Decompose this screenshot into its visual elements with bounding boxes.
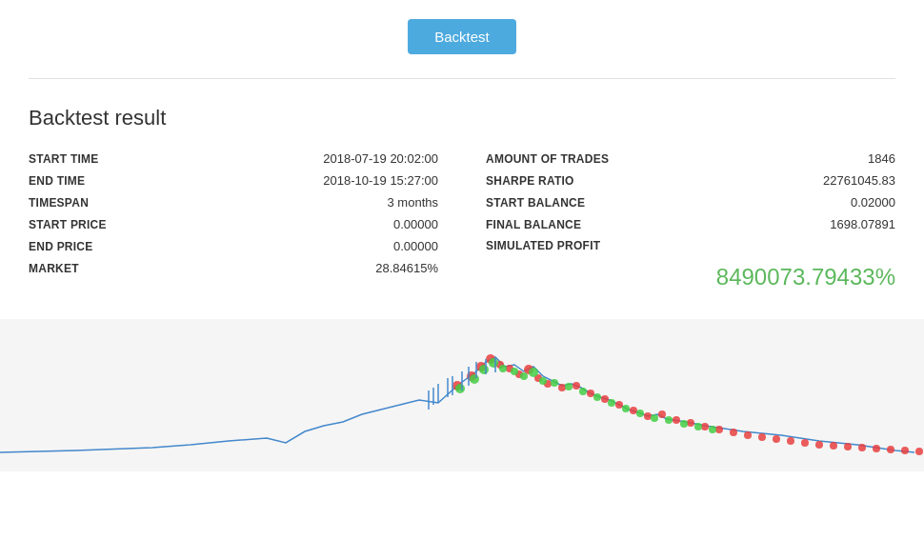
stat-row: FINAL BALANCE1698.07891: [486, 217, 895, 231]
svg-point-52: [651, 414, 658, 422]
stat-label: END PRICE: [29, 240, 93, 253]
svg-point-49: [608, 399, 615, 407]
svg-point-32: [873, 445, 880, 452]
stat-row: START PRICE0.00000: [29, 217, 438, 231]
svg-point-26: [787, 437, 794, 445]
stats-right: AMOUNT OF TRADES1846SHARPE RATIO22761045…: [467, 151, 895, 290]
stat-label: START PRICE: [29, 218, 107, 231]
svg-point-53: [665, 416, 673, 424]
svg-point-55: [694, 423, 702, 430]
stat-row: END TIME2018-10-19 15:27:00: [29, 173, 438, 188]
svg-point-22: [730, 429, 737, 436]
svg-point-43: [529, 368, 538, 377]
stat-label: TIMESPAN: [29, 196, 89, 210]
stat-row: AMOUNT OF TRADES1846: [486, 151, 895, 166]
stat-label: START BALANCE: [486, 196, 585, 210]
top-section: Backtest: [0, 0, 924, 78]
stat-value: 28.84615%: [375, 261, 438, 275]
svg-point-24: [758, 433, 766, 441]
svg-point-28: [815, 441, 823, 449]
svg-point-35: [915, 448, 923, 455]
svg-point-46: [565, 383, 572, 390]
stat-value: 1846: [868, 151, 895, 166]
svg-point-54: [680, 420, 688, 428]
svg-point-15: [630, 407, 637, 414]
svg-point-18: [673, 416, 680, 424]
stat-row: MARKET28.84615%: [29, 261, 438, 275]
svg-point-13: [601, 395, 609, 403]
svg-point-37: [470, 374, 479, 384]
svg-point-10: [558, 384, 566, 391]
stat-value: 1698.07891: [830, 217, 895, 231]
svg-point-20: [701, 423, 709, 430]
stat-value: 0.02000: [851, 195, 895, 210]
svg-point-14: [615, 401, 623, 409]
stat-value: 0.00000: [393, 239, 438, 253]
svg-point-38: [479, 365, 489, 374]
stats-grid: START TIME2018-07-19 20:02:00END TIME201…: [29, 151, 895, 290]
stat-value: 22761045.83: [823, 173, 895, 188]
simulated-profit-section: SIMULATED PROFIT 8490073.79433%: [486, 239, 895, 290]
svg-point-50: [622, 405, 630, 412]
svg-point-42: [520, 372, 528, 380]
svg-point-11: [572, 382, 580, 390]
chart-svg: [0, 319, 924, 471]
stat-label: START TIME: [29, 152, 99, 166]
stat-label: MARKET: [29, 262, 79, 275]
svg-point-39: [489, 358, 498, 368]
stat-label: END TIME: [29, 174, 85, 188]
svg-point-41: [511, 368, 518, 375]
stat-label: SHARPE RATIO: [486, 174, 574, 188]
result-title: Backtest result: [29, 106, 895, 130]
svg-point-23: [744, 431, 752, 439]
stat-row: SHARPE RATIO22761045.83: [486, 173, 895, 188]
stat-value: 2018-10-19 15:27:00: [323, 173, 438, 188]
svg-point-21: [715, 426, 723, 433]
stat-row: TIMESPAN3 months: [29, 195, 438, 210]
svg-point-33: [887, 446, 894, 453]
svg-point-47: [579, 388, 587, 395]
stat-value: 3 months: [388, 195, 438, 210]
svg-point-56: [709, 426, 716, 433]
stat-row: START TIME2018-07-19 20:02:00: [29, 151, 438, 166]
svg-point-31: [858, 444, 866, 451]
chart-section: [0, 319, 924, 471]
backtest-button[interactable]: Backtest: [408, 19, 516, 54]
svg-point-29: [830, 442, 837, 450]
svg-point-40: [499, 365, 507, 372]
svg-point-25: [773, 435, 780, 443]
svg-point-19: [687, 419, 694, 427]
svg-point-36: [455, 384, 465, 393]
svg-point-12: [587, 390, 594, 397]
stat-value: 2018-07-19 20:02:00: [323, 151, 438, 166]
svg-point-16: [644, 412, 652, 420]
svg-point-48: [593, 393, 601, 401]
simulated-profit-label: SIMULATED PROFIT: [486, 239, 600, 252]
svg-point-30: [844, 443, 852, 450]
stat-value: 0.00000: [393, 217, 438, 231]
result-section: Backtest result START TIME2018-07-19 20:…: [0, 79, 924, 310]
svg-point-17: [658, 410, 666, 418]
stat-row: END PRICE0.00000: [29, 239, 438, 253]
svg-point-34: [901, 447, 909, 454]
svg-point-45: [551, 379, 558, 387]
svg-point-27: [801, 439, 809, 447]
svg-point-51: [636, 410, 644, 417]
stats-left: START TIME2018-07-19 20:02:00END TIME201…: [29, 151, 467, 290]
svg-point-44: [539, 377, 547, 385]
simulated-profit-value: 8490073.79433%: [486, 264, 895, 290]
stat-label: AMOUNT OF TRADES: [486, 152, 609, 166]
stat-row: START BALANCE0.02000: [486, 195, 895, 210]
stat-label: FINAL BALANCE: [486, 218, 581, 231]
simulated-profit-row: SIMULATED PROFIT: [486, 239, 895, 256]
